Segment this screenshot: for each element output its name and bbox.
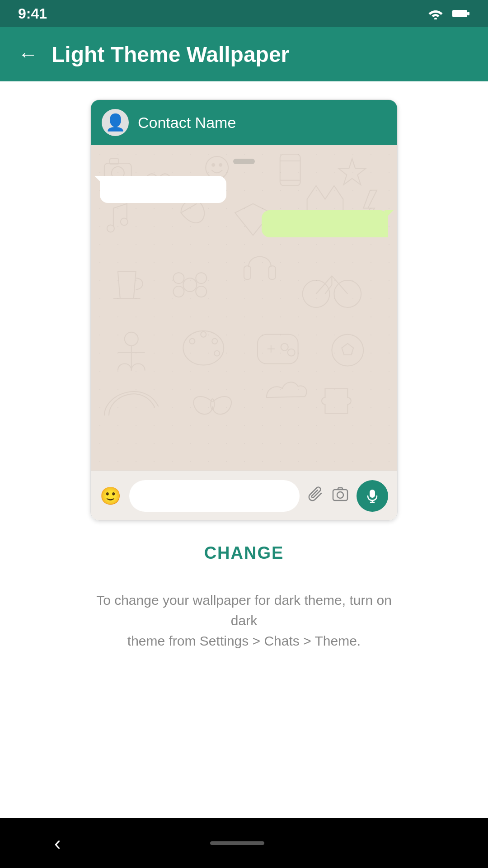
- chat-input-bar: 🙂: [91, 471, 397, 520]
- battery-icon: [452, 9, 470, 18]
- main-content: 👤 Contact Name: [0, 81, 488, 818]
- svg-point-20: [173, 273, 184, 283]
- contact-name: Contact Name: [138, 114, 236, 132]
- svg-point-35: [214, 351, 220, 356]
- svg-marker-42: [342, 344, 353, 355]
- chat-messages: [100, 154, 388, 237]
- svg-point-23: [196, 286, 206, 297]
- svg-point-33: [201, 332, 206, 337]
- svg-rect-2: [467, 12, 469, 15]
- avatar: 👤: [102, 109, 129, 136]
- nav-back-button[interactable]: ‹: [54, 832, 61, 854]
- chat-header: 👤 Contact Name: [91, 100, 397, 145]
- nav-bar: ‹: [0, 818, 488, 868]
- svg-point-37: [281, 344, 288, 351]
- back-button[interactable]: ←: [18, 43, 38, 66]
- svg-point-31: [183, 331, 224, 365]
- camera-icon[interactable]: [332, 486, 348, 506]
- svg-point-38: [288, 349, 295, 356]
- svg-point-19: [183, 278, 197, 292]
- svg-point-45: [337, 492, 343, 498]
- date-pill: [233, 159, 255, 164]
- svg-point-0: [434, 18, 437, 19]
- nav-home-pill[interactable]: [210, 841, 264, 845]
- svg-rect-25: [269, 266, 276, 279]
- svg-point-27: [334, 280, 361, 307]
- svg-point-34: [212, 339, 217, 344]
- status-time: 9:41: [18, 5, 47, 22]
- status-icons: [427, 8, 470, 19]
- change-button[interactable]: CHANGE: [204, 543, 284, 563]
- bubble-sent: [262, 210, 388, 237]
- attach-icon[interactable]: [308, 486, 324, 506]
- bubble-received: [100, 176, 226, 203]
- chat-preview: 👤 Contact Name: [90, 99, 398, 521]
- info-text-line2: theme from Settings > Chats > Theme.: [127, 633, 361, 648]
- wifi-icon: [427, 8, 444, 19]
- svg-rect-44: [333, 490, 347, 500]
- status-bar: 9:41: [0, 0, 488, 27]
- svg-rect-46: [370, 490, 375, 498]
- svg-rect-1: [452, 10, 467, 17]
- svg-point-41: [332, 335, 363, 366]
- page-title: Light Theme Wallpaper: [52, 42, 289, 67]
- info-text-line1: To change your wallpaper for dark theme,…: [96, 593, 392, 628]
- chat-body: [91, 145, 397, 471]
- app-bar: ← Light Theme Wallpaper: [0, 27, 488, 81]
- svg-point-26: [303, 280, 330, 307]
- svg-point-21: [196, 273, 206, 283]
- message-input[interactable]: [129, 480, 300, 512]
- svg-rect-24: [244, 266, 251, 279]
- mic-button[interactable]: [357, 480, 388, 512]
- info-text: To change your wallpaper for dark theme,…: [81, 590, 407, 651]
- svg-point-32: [189, 339, 195, 344]
- svg-point-43: [211, 399, 214, 410]
- avatar-icon: 👤: [105, 113, 126, 132]
- svg-rect-36: [258, 335, 298, 364]
- svg-point-28: [125, 332, 138, 346]
- svg-point-22: [173, 286, 184, 297]
- emoji-button[interactable]: 🙂: [100, 486, 121, 506]
